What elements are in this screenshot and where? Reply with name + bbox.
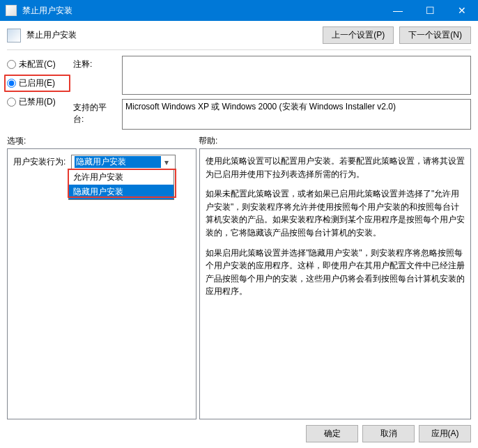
enabled-highlight: 已启用(E)	[4, 75, 70, 92]
help-label: 帮助:	[199, 135, 471, 147]
help-paragraph-2: 如果未配置此策略设置，或者如果已启用此策略设置并选择了"允许用户安装"，则安装程…	[206, 187, 465, 239]
comment-label: 注释:	[73, 56, 115, 70]
previous-setting-button[interactable]: 上一个设置(P)	[323, 26, 394, 44]
radio-disabled-label: 已禁用(D)	[19, 96, 56, 108]
section-labels: 选项: 帮助:	[0, 132, 478, 148]
help-paragraph-1: 使用此策略设置可以配置用户安装。若要配置此策略设置，请将其设置为已启用并使用下拉…	[206, 155, 465, 180]
next-setting-button[interactable]: 下一个设置(N)	[399, 26, 471, 44]
chevron-down-icon: ▾	[161, 157, 172, 167]
ok-button[interactable]: 确定	[306, 425, 358, 442]
supported-label: 支持的平台:	[73, 99, 115, 125]
app-icon	[6, 5, 17, 16]
dropdown-item-hide[interactable]: 隐藏用户安装	[69, 185, 174, 199]
policy-title: 禁止用户安装	[26, 29, 317, 41]
radio-enabled-label: 已启用(E)	[19, 77, 55, 89]
user-install-select[interactable]: 隐藏用户安装 ▾	[71, 155, 176, 169]
radio-not-configured-label: 未配置(C)	[19, 59, 56, 70]
close-button[interactable]: ✕	[446, 0, 478, 21]
radio-not-configured[interactable]: 未配置(C)	[7, 59, 66, 70]
dropdown-list[interactable]: 允许用户安装 隐藏用户安装	[68, 169, 174, 200]
radio-group: 未配置(C) 已启用(E) 已禁用(D)	[7, 56, 66, 130]
maximize-button[interactable]: ☐	[414, 0, 446, 21]
options-panel: 用户安装行为: 隐藏用户安装 ▾ 允许用户安装 隐藏用户安装	[7, 148, 196, 419]
titlebar: 禁止用户安装 — ☐ ✕	[0, 0, 478, 21]
user-install-row: 用户安装行为: 隐藏用户安装 ▾	[13, 155, 190, 169]
config-section: 未配置(C) 已启用(E) 已禁用(D) 注释: 支持的平台:	[0, 52, 478, 132]
help-paragraph-3: 如果启用此策略设置并选择"隐藏用户安装"，则安装程序将忽略按照每个用户安装的应用…	[206, 247, 465, 298]
window-title: 禁止用户安装	[22, 5, 382, 17]
radio-not-configured-input[interactable]	[7, 60, 16, 69]
comment-textarea[interactable]	[122, 56, 471, 95]
apply-button[interactable]: 应用(A)	[419, 425, 471, 442]
user-install-label: 用户安装行为:	[13, 156, 65, 168]
dropdown-item-allow[interactable]: 允许用户安装	[69, 170, 174, 185]
options-label: 选项:	[7, 135, 199, 147]
footer: 确定 取消 应用(A)	[0, 419, 478, 448]
radio-enabled[interactable]: 已启用(E)	[7, 77, 66, 89]
policy-icon	[7, 29, 21, 43]
help-panel: 使用此策略设置可以配置用户安装。若要配置此策略设置，请将其设置为已启用并使用下拉…	[199, 148, 471, 419]
select-value: 隐藏用户安装	[75, 156, 161, 168]
supported-textarea	[122, 99, 471, 130]
cancel-button[interactable]: 取消	[362, 425, 415, 442]
divider	[7, 49, 471, 50]
header-row: 禁止用户安装 上一个设置(P) 下一个设置(N)	[0, 21, 478, 48]
minimize-button[interactable]: —	[382, 0, 414, 21]
radio-disabled[interactable]: 已禁用(D)	[7, 96, 66, 108]
radio-enabled-input[interactable]	[7, 79, 16, 88]
lower-panels: 用户安装行为: 隐藏用户安装 ▾ 允许用户安装 隐藏用户安装 使用此策略设置可以…	[0, 148, 478, 419]
radio-disabled-input[interactable]	[7, 98, 16, 107]
